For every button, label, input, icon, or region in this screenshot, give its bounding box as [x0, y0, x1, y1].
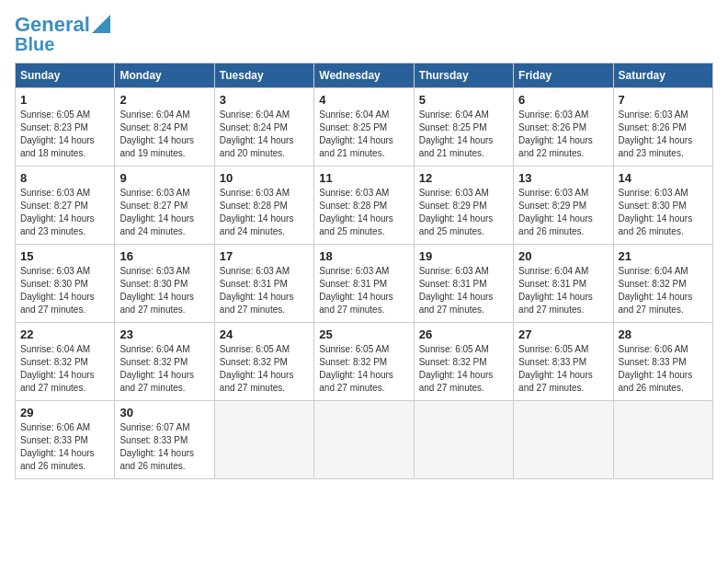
calendar-week-2: 8 Sunrise: 6:03 AM Sunset: 8:27 PM Dayli… — [16, 167, 713, 245]
logo-text: General — [15, 15, 90, 35]
calendar-cell: 5 Sunrise: 6:04 AM Sunset: 8:25 PM Dayli… — [414, 88, 513, 167]
day-info: Sunrise: 6:04 AM Sunset: 8:24 PM Dayligh… — [119, 109, 209, 160]
calendar-cell: 13 Sunrise: 6:03 AM Sunset: 8:29 PM Dayl… — [514, 167, 613, 245]
weekday-header-sunday: Sunday — [16, 63, 115, 88]
day-info: Sunrise: 6:03 AM Sunset: 8:27 PM Dayligh… — [20, 187, 109, 238]
day-number: 29 — [20, 406, 109, 419]
weekday-header-monday: Monday — [115, 63, 214, 88]
day-number: 23 — [119, 327, 209, 341]
calendar-cell: 26 Sunrise: 6:05 AM Sunset: 8:32 PM Dayl… — [414, 323, 513, 401]
weekday-header-wednesday: Wednesday — [314, 63, 414, 88]
calendar-cell: 11 Sunrise: 6:03 AM Sunset: 8:28 PM Dayl… — [314, 167, 414, 245]
day-info: Sunrise: 6:03 AM Sunset: 8:28 PM Dayligh… — [319, 187, 408, 238]
calendar-cell — [314, 401, 414, 479]
day-number: 15 — [20, 249, 109, 263]
calendar-cell: 20 Sunrise: 6:04 AM Sunset: 8:31 PM Dayl… — [514, 245, 613, 323]
day-number: 25 — [319, 327, 408, 341]
day-info: Sunrise: 6:03 AM Sunset: 8:31 PM Dayligh… — [220, 265, 309, 316]
day-number: 26 — [419, 327, 508, 341]
day-info: Sunrise: 6:03 AM Sunset: 8:30 PM Dayligh… — [119, 265, 209, 316]
day-number: 3 — [220, 93, 309, 107]
day-number: 24 — [220, 327, 309, 341]
day-info: Sunrise: 6:03 AM Sunset: 8:29 PM Dayligh… — [419, 187, 508, 238]
day-info: Sunrise: 6:03 AM Sunset: 8:27 PM Dayligh… — [119, 187, 209, 238]
calendar-cell: 18 Sunrise: 6:03 AM Sunset: 8:31 PM Dayl… — [314, 245, 414, 323]
day-info: Sunrise: 6:05 AM Sunset: 8:32 PM Dayligh… — [220, 343, 309, 395]
calendar-cell: 19 Sunrise: 6:03 AM Sunset: 8:31 PM Dayl… — [414, 245, 513, 323]
calendar-cell — [214, 401, 313, 479]
calendar-cell: 7 Sunrise: 6:03 AM Sunset: 8:26 PM Dayli… — [613, 88, 712, 167]
calendar-cell: 28 Sunrise: 6:06 AM Sunset: 8:33 PM Dayl… — [613, 323, 712, 401]
day-info: Sunrise: 6:03 AM Sunset: 8:31 PM Dayligh… — [319, 265, 408, 316]
day-info: Sunrise: 6:06 AM Sunset: 8:33 PM Dayligh… — [619, 343, 708, 395]
day-info: Sunrise: 6:05 AM Sunset: 8:32 PM Dayligh… — [419, 343, 508, 395]
day-info: Sunrise: 6:05 AM Sunset: 8:32 PM Dayligh… — [319, 343, 408, 395]
day-number: 6 — [518, 93, 608, 107]
calendar-cell: 27 Sunrise: 6:05 AM Sunset: 8:33 PM Dayl… — [514, 323, 613, 401]
calendar-cell: 23 Sunrise: 6:04 AM Sunset: 8:32 PM Dayl… — [115, 323, 214, 401]
day-info: Sunrise: 6:04 AM Sunset: 8:24 PM Dayligh… — [220, 109, 309, 160]
calendar-cell: 21 Sunrise: 6:04 AM Sunset: 8:32 PM Dayl… — [613, 245, 712, 323]
calendar-cell: 6 Sunrise: 6:03 AM Sunset: 8:26 PM Dayli… — [514, 88, 613, 167]
calendar-cell: 16 Sunrise: 6:03 AM Sunset: 8:30 PM Dayl… — [115, 245, 214, 323]
calendar-cell: 24 Sunrise: 6:05 AM Sunset: 8:32 PM Dayl… — [214, 323, 313, 401]
calendar-cell: 22 Sunrise: 6:04 AM Sunset: 8:32 PM Dayl… — [16, 323, 115, 401]
day-number: 11 — [319, 171, 408, 185]
calendar-cell: 12 Sunrise: 6:03 AM Sunset: 8:29 PM Dayl… — [414, 167, 513, 245]
day-number: 19 — [419, 249, 508, 263]
calendar-week-5: 29 Sunrise: 6:06 AM Sunset: 8:33 PM Dayl… — [16, 401, 713, 479]
logo-part2: Blue — [15, 35, 54, 53]
day-number: 4 — [319, 93, 408, 107]
svg-marker-0 — [92, 15, 110, 33]
day-info: Sunrise: 6:05 AM Sunset: 8:23 PM Dayligh… — [20, 109, 109, 160]
day-info: Sunrise: 6:03 AM Sunset: 8:26 PM Dayligh… — [619, 109, 708, 160]
day-number: 5 — [419, 93, 508, 107]
calendar-table: SundayMondayTuesdayWednesdayThursdayFrid… — [15, 63, 713, 479]
day-number: 13 — [518, 171, 608, 185]
calendar-cell: 10 Sunrise: 6:03 AM Sunset: 8:28 PM Dayl… — [214, 167, 313, 245]
day-info: Sunrise: 6:03 AM Sunset: 8:29 PM Dayligh… — [518, 187, 608, 238]
day-number: 17 — [220, 249, 309, 263]
day-number: 30 — [119, 406, 209, 419]
calendar-cell: 15 Sunrise: 6:03 AM Sunset: 8:30 PM Dayl… — [16, 245, 115, 323]
calendar-cell: 1 Sunrise: 6:05 AM Sunset: 8:23 PM Dayli… — [16, 88, 115, 167]
day-info: Sunrise: 6:06 AM Sunset: 8:33 PM Dayligh… — [20, 421, 109, 473]
day-number: 8 — [20, 171, 109, 185]
day-number: 22 — [20, 327, 109, 341]
calendar-cell — [613, 401, 712, 479]
calendar-cell: 3 Sunrise: 6:04 AM Sunset: 8:24 PM Dayli… — [214, 88, 313, 167]
day-info: Sunrise: 6:03 AM Sunset: 8:28 PM Dayligh… — [220, 187, 309, 238]
weekday-header-saturday: Saturday — [613, 63, 712, 88]
calendar-cell: 2 Sunrise: 6:04 AM Sunset: 8:24 PM Dayli… — [115, 88, 214, 167]
weekday-header-tuesday: Tuesday — [214, 63, 313, 88]
day-number: 20 — [518, 249, 608, 263]
day-number: 7 — [619, 93, 708, 107]
calendar-cell: 8 Sunrise: 6:03 AM Sunset: 8:27 PM Dayli… — [16, 167, 115, 245]
day-info: Sunrise: 6:03 AM Sunset: 8:26 PM Dayligh… — [518, 109, 608, 160]
day-info: Sunrise: 6:03 AM Sunset: 8:30 PM Dayligh… — [20, 265, 109, 316]
day-number: 14 — [619, 171, 708, 185]
weekday-header-row: SundayMondayTuesdayWednesdayThursdayFrid… — [16, 63, 713, 88]
calendar-cell — [514, 401, 613, 479]
day-info: Sunrise: 6:03 AM Sunset: 8:30 PM Dayligh… — [619, 187, 708, 238]
calendar-cell: 17 Sunrise: 6:03 AM Sunset: 8:31 PM Dayl… — [214, 245, 313, 323]
logo-part1: General — [15, 13, 90, 36]
calendar-cell — [414, 401, 513, 479]
calendar-week-3: 15 Sunrise: 6:03 AM Sunset: 8:30 PM Dayl… — [16, 245, 713, 323]
day-number: 18 — [319, 249, 408, 263]
day-number: 16 — [119, 249, 209, 263]
calendar-cell: 14 Sunrise: 6:03 AM Sunset: 8:30 PM Dayl… — [613, 167, 712, 245]
day-number: 21 — [619, 249, 708, 263]
page-header: General Blue — [15, 15, 713, 53]
day-info: Sunrise: 6:04 AM Sunset: 8:32 PM Dayligh… — [619, 265, 708, 316]
logo: General Blue — [15, 15, 110, 53]
weekday-header-friday: Friday — [514, 63, 613, 88]
day-info: Sunrise: 6:04 AM Sunset: 8:25 PM Dayligh… — [319, 109, 408, 160]
day-number: 12 — [419, 171, 508, 185]
calendar-cell: 29 Sunrise: 6:06 AM Sunset: 8:33 PM Dayl… — [16, 401, 115, 479]
day-number: 28 — [619, 327, 708, 341]
day-number: 2 — [119, 93, 209, 107]
day-number: 1 — [20, 93, 109, 107]
calendar-week-1: 1 Sunrise: 6:05 AM Sunset: 8:23 PM Dayli… — [16, 88, 713, 167]
day-number: 9 — [119, 171, 209, 185]
